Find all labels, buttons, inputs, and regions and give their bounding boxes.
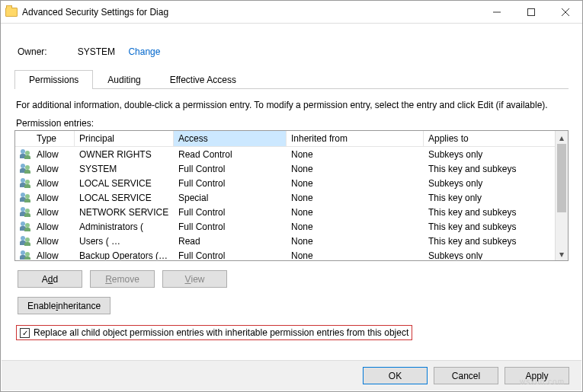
info-text: For additional information, double-click… — [16, 100, 567, 110]
table-row[interactable]: AllowOWNER RIGHTSRead ControlNoneSubkeys… — [15, 147, 568, 161]
cell-type: Allow — [32, 192, 75, 204]
watermark: wsxun.com — [520, 378, 565, 386]
replace-children-label: Replace all child object permission entr… — [34, 327, 408, 338]
cell-applies: This key and subkeys — [424, 163, 568, 175]
cell-principal: OWNER RIGHTS — [75, 148, 174, 161]
col-type[interactable]: Type — [32, 131, 75, 146]
cell-access: Special — [174, 192, 287, 204]
maximize-button[interactable] — [514, 2, 548, 23]
principal-icon — [20, 207, 32, 218]
tabs: Permissions Auditing Effective Access — [14, 69, 569, 89]
cell-inherited: None — [287, 235, 424, 247]
ok-button[interactable]: OK — [363, 367, 428, 384]
scroll-up-icon[interactable]: ▴ — [556, 131, 568, 144]
view-button[interactable]: View — [162, 270, 227, 288]
cell-access: Full Control — [174, 221, 287, 233]
cell-principal: Users ( … — [75, 235, 174, 247]
principal-icon — [20, 149, 32, 160]
cell-type: Allow — [32, 206, 75, 218]
tab-effective-access[interactable]: Effective Access — [155, 70, 251, 89]
cell-applies: Subkeys only — [424, 250, 568, 260]
cell-applies: Subkeys only — [424, 177, 568, 190]
col-applies[interactable]: Applies to — [424, 131, 568, 146]
owner-value: SYSTEM Change — [78, 46, 161, 57]
cell-type: Allow — [32, 177, 75, 190]
minimize-button[interactable] — [479, 2, 514, 23]
principal-icon — [20, 178, 32, 189]
table-row[interactable]: AllowNETWORK SERVICEFull ControlNoneThis… — [15, 205, 568, 219]
col-access[interactable]: Access — [174, 131, 287, 146]
permission-table: Type Principal Access Inherited from App… — [14, 130, 569, 261]
close-button[interactable] — [548, 2, 582, 23]
cell-applies: Subkeys only — [424, 148, 568, 161]
cell-access: Read Control — [174, 148, 287, 161]
cell-type: Allow — [32, 235, 75, 247]
entries-label: Permission entries: — [16, 118, 569, 129]
svg-rect-1 — [527, 8, 534, 15]
dialog-footer: OK Cancel Apply — [2, 360, 581, 390]
principal-icon — [20, 193, 32, 203]
action-button-row: Add Remove View — [18, 270, 565, 288]
cell-principal: Administrators ( — [75, 221, 174, 233]
cell-principal: Backup Operators (… — [75, 250, 174, 260]
replace-children-checkbox-row[interactable]: ✓ Replace all child object permission en… — [16, 325, 412, 340]
title-bar: Advanced Security Settings for Diag — [1, 1, 582, 24]
cell-type: Allow — [32, 221, 75, 233]
cell-inherited: None — [287, 177, 424, 190]
cell-access: Read — [174, 235, 287, 247]
window-title: Advanced Security Settings for Diag — [22, 7, 479, 18]
principal-icon — [20, 236, 32, 247]
owner-label: Owner: — [18, 46, 47, 57]
cell-type: Allow — [32, 250, 75, 260]
scroll-thumb[interactable] — [557, 144, 566, 212]
cell-access: Full Control — [174, 177, 287, 190]
cell-principal: NETWORK SERVICE — [75, 206, 174, 218]
table-header: Type Principal Access Inherited from App… — [15, 131, 568, 147]
cell-type: Allow — [32, 163, 75, 175]
col-principal[interactable]: Principal — [75, 131, 174, 146]
inheritance-row: Enable inheritance — [18, 297, 565, 314]
cell-access: Full Control — [174, 250, 287, 260]
cell-inherited: None — [287, 148, 424, 161]
cell-applies: This key and subkeys — [424, 221, 568, 233]
cell-applies: This key and subkeys — [424, 206, 568, 218]
cell-applies: This key only — [424, 192, 568, 204]
col-icon[interactable] — [15, 131, 32, 146]
scroll-down-icon[interactable]: ▾ — [556, 247, 568, 260]
principal-icon — [20, 250, 32, 260]
table-row[interactable]: AllowLOCAL SERVICESpecialNoneThis key on… — [15, 190, 568, 205]
remove-button[interactable]: Remove — [90, 270, 155, 288]
vertical-scrollbar[interactable]: ▴ ▾ — [555, 131, 568, 260]
principal-icon — [20, 164, 32, 174]
cell-type: Allow — [32, 148, 75, 161]
content-area: Owner: SYSTEM Change Permissions Auditin… — [1, 24, 582, 345]
table-row[interactable]: AllowBackup Operators (…Full ControlNone… — [15, 248, 568, 260]
tab-auditing[interactable]: Auditing — [93, 70, 155, 89]
principal-icon — [20, 221, 32, 232]
folder-icon — [5, 8, 18, 17]
cell-access: Full Control — [174, 163, 287, 175]
checkbox-icon[interactable]: ✓ — [20, 328, 30, 338]
cancel-button[interactable]: Cancel — [434, 367, 498, 384]
table-body: AllowOWNER RIGHTSRead ControlNoneSubkeys… — [15, 147, 568, 260]
cell-principal: LOCAL SERVICE — [75, 177, 174, 190]
enable-inheritance-button[interactable]: Enable inheritance — [18, 297, 111, 314]
cell-principal: LOCAL SERVICE — [75, 192, 174, 204]
cell-inherited: None — [287, 250, 424, 260]
table-row[interactable]: AllowAdministrators (Full ControlNoneThi… — [15, 219, 568, 234]
table-row[interactable]: AllowLOCAL SERVICEFull ControlNoneSubkey… — [15, 176, 568, 190]
col-inherited[interactable]: Inherited from — [287, 131, 424, 146]
cell-principal: SYSTEM — [75, 163, 174, 175]
table-row[interactable]: AllowUsers ( …ReadNoneThis key and subke… — [15, 234, 568, 248]
add-button[interactable]: Add — [18, 270, 82, 288]
cell-access: Full Control — [174, 206, 287, 218]
owner-row: Owner: SYSTEM Change — [18, 46, 569, 57]
cell-inherited: None — [287, 163, 424, 175]
cell-applies: This key and subkeys — [424, 235, 568, 247]
cell-inherited: None — [287, 206, 424, 218]
table-row[interactable]: AllowSYSTEMFull ControlNoneThis key and … — [15, 161, 568, 176]
tab-permissions[interactable]: Permissions — [14, 70, 93, 89]
change-owner-link[interactable]: Change — [128, 46, 160, 57]
cell-inherited: None — [287, 221, 424, 233]
cell-inherited: None — [287, 192, 424, 204]
